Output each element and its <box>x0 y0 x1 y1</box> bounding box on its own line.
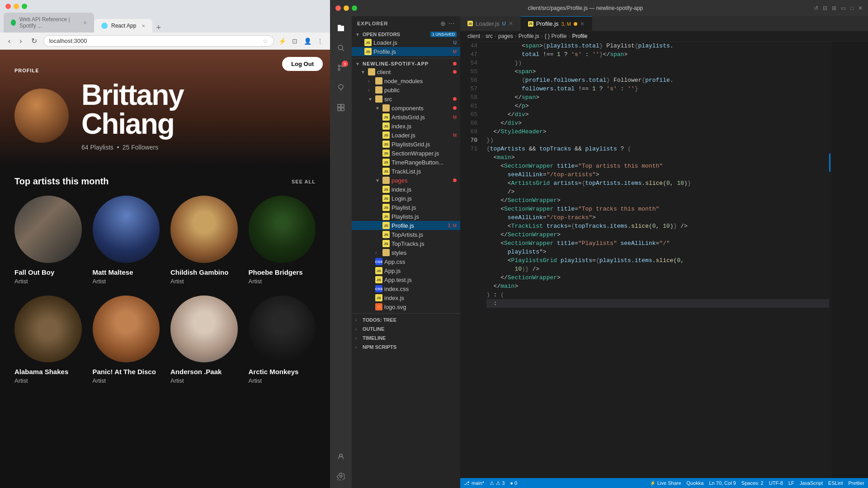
outline-header[interactable]: › OUTLINE <box>352 324 460 333</box>
component-file[interactable]: JS Loader.js M <box>352 131 460 140</box>
activity-debug[interactable] <box>333 80 349 96</box>
status-live-share[interactable]: ⚡ Live Share <box>650 480 681 486</box>
activity-search[interactable] <box>333 40 349 56</box>
vscode-split-icon[interactable]: ⊞ <box>832 5 836 11</box>
artist-card[interactable]: Fall Out Boy Artist <box>14 196 82 285</box>
status-lf[interactable]: LF <box>788 480 794 486</box>
back-button[interactable]: ‹ <box>5 36 13 46</box>
loader-tab-close[interactable]: ✕ <box>509 20 513 27</box>
menu-icon[interactable]: ⋮ <box>316 37 325 46</box>
root-file[interactable]: JS App.test.js <box>352 275 460 284</box>
breadcrumb-profilejs[interactable]: Profile.js <box>519 33 539 39</box>
component-file[interactable]: JS ArtistsGrid.js M <box>352 113 460 122</box>
src-folder[interactable]: ▼ src <box>352 94 460 103</box>
capture-icon[interactable]: ⊡ <box>290 37 299 46</box>
artist-card[interactable]: Matt Maltese Artist <box>93 196 160 285</box>
status-encoding[interactable]: UTF-8 <box>769 480 783 486</box>
traffic-light-green[interactable] <box>22 4 27 9</box>
open-file-profile[interactable]: JS Profile.js M <box>352 47 460 56</box>
artist-card[interactable]: Arctic Monkeys Artist <box>249 296 316 385</box>
status-quokka[interactable]: Quokka <box>687 480 704 486</box>
page-file[interactable]: JS Playlist.js <box>352 203 460 212</box>
status-eslint[interactable]: ESLint <box>828 480 843 486</box>
page-file[interactable]: JS Playlists.js <box>352 212 460 221</box>
breadcrumb-pages[interactable]: pages <box>498 33 513 39</box>
timeline-header[interactable]: › TIMELINE <box>352 333 460 343</box>
page-file[interactable]: JS TopArtists.js <box>352 230 460 239</box>
activity-source-control[interactable]: 3 <box>333 60 349 76</box>
vscode-refresh-icon[interactable]: ↺ <box>814 5 818 11</box>
sidebar-new-file[interactable]: ⊕ <box>440 20 446 27</box>
status-prettier[interactable]: Prettier <box>849 480 864 486</box>
breadcrumb-profile-component[interactable]: { } Profile <box>545 33 567 39</box>
status-ln-col[interactable]: Ln 70, Col 9 <box>709 480 736 486</box>
tab-spotify-close[interactable]: ✕ <box>83 20 87 25</box>
vscode-maximize-icon[interactable]: □ <box>850 5 854 11</box>
status-spaces[interactable]: Spaces: 2 <box>741 480 764 486</box>
status-errors[interactable]: ⚠ ⚠ 3 <box>490 480 505 486</box>
traffic-light-red[interactable] <box>5 4 11 9</box>
sidebar-more[interactable]: ⋯ <box>448 20 455 27</box>
forward-button[interactable]: › <box>17 36 24 46</box>
tab-react-close[interactable]: ✕ <box>142 23 145 28</box>
breadcrumb-profile-ref[interactable]: Profile <box>572 33 587 39</box>
profile-tab-close[interactable]: ✕ <box>580 21 585 27</box>
component-file[interactable]: JS PlaylistsGrid.js <box>352 140 460 149</box>
page-file[interactable]: JS TopTracks.js <box>352 239 460 248</box>
public-folder[interactable]: › public <box>352 85 460 94</box>
extensions-icon[interactable]: ⚡ <box>278 37 287 46</box>
page-file[interactable]: JS Profile.js 3, M <box>352 221 460 230</box>
styles-folder[interactable]: › styles <box>352 248 460 257</box>
editor-tab-loader[interactable]: JS Loader.js U ✕ <box>460 16 521 31</box>
log-out-button[interactable]: Log Out <box>282 57 323 71</box>
artist-card[interactable]: Panic! At The Disco Artist <box>93 296 160 385</box>
activity-extensions[interactable] <box>333 99 349 116</box>
tab-spotify[interactable]: Web API Reference | Spotify ... ✕ <box>4 13 94 33</box>
tab-react[interactable]: React App ✕ <box>94 19 152 33</box>
breadcrumb-src[interactable]: src <box>486 33 493 39</box>
root-file[interactable]: JS App.js <box>352 266 460 275</box>
artist-card[interactable]: Alabama Shakes Artist <box>14 296 82 385</box>
open-editors-header[interactable]: ▼ OPEN EDITORS 1 UNSAVED <box>352 31 460 38</box>
vscode-tl-green[interactable] <box>352 5 357 11</box>
project-root-header[interactable]: ▼ NEWLINE-SPOTIFY-APP <box>352 60 460 67</box>
see-all-button[interactable]: SEE ALL <box>292 179 316 184</box>
root-file[interactable]: CSS App.css <box>352 257 460 266</box>
code-content[interactable]: <span>{playlists.total} Playlist{playlis… <box>483 42 829 478</box>
activity-settings[interactable] <box>333 468 349 484</box>
artist-card[interactable]: Anderson .Paak Artist <box>170 296 238 385</box>
reload-button[interactable]: ↻ <box>28 36 40 46</box>
root-file[interactable]: JS index.js <box>352 293 460 302</box>
status-warnings[interactable]: ● 0 <box>510 480 517 486</box>
client-folder[interactable]: ▼ client <box>352 67 460 76</box>
todos-tree-header[interactable]: › TODOS: TREE <box>352 315 460 324</box>
component-file[interactable]: JS TimeRangeButton... <box>352 158 460 167</box>
root-file[interactable]: ⬡ logo.svg <box>352 302 460 311</box>
components-folder[interactable]: ▼ components <box>352 103 460 113</box>
vscode-minimize-icon[interactable]: ▭ <box>841 5 846 11</box>
node-modules-folder[interactable]: › node_modules <box>352 76 460 85</box>
activity-avatar[interactable] <box>333 448 349 465</box>
component-file[interactable]: JS TrackList.js <box>352 167 460 176</box>
npm-scripts-header[interactable]: › NPM SCRIPTS <box>352 343 460 352</box>
status-language[interactable]: JavaScript <box>800 480 823 486</box>
activity-explorer[interactable] <box>333 20 349 36</box>
pages-folder[interactable]: ▼ pages <box>352 176 460 185</box>
status-branch[interactable]: ⎇ main* <box>464 480 484 486</box>
artist-card[interactable]: Phoebe Bridgers Artist <box>249 196 316 285</box>
editor-tab-profile[interactable]: JS Profile.js 3, M ✕ <box>521 16 592 31</box>
vscode-tl-red[interactable] <box>335 5 341 11</box>
component-file[interactable]: JS index.js <box>352 122 460 131</box>
component-file[interactable]: JS SectionWrapper.js <box>352 149 460 158</box>
breadcrumb-client[interactable]: client <box>467 33 480 39</box>
vscode-tl-yellow[interactable] <box>344 5 349 11</box>
traffic-light-yellow[interactable] <box>14 4 19 9</box>
new-tab-button[interactable]: + <box>152 23 165 33</box>
address-bar[interactable]: localhost:3000 ☆ <box>43 35 274 47</box>
vscode-close-icon[interactable]: ✕ <box>858 5 863 11</box>
bookmark-icon[interactable]: ☆ <box>263 38 268 44</box>
root-file[interactable]: CSS index.css <box>352 284 460 293</box>
open-file-loader[interactable]: JS Loader.js U <box>352 38 460 47</box>
artist-card[interactable]: Childish Gambino Artist <box>170 196 238 285</box>
page-file[interactable]: JS index.js <box>352 185 460 194</box>
